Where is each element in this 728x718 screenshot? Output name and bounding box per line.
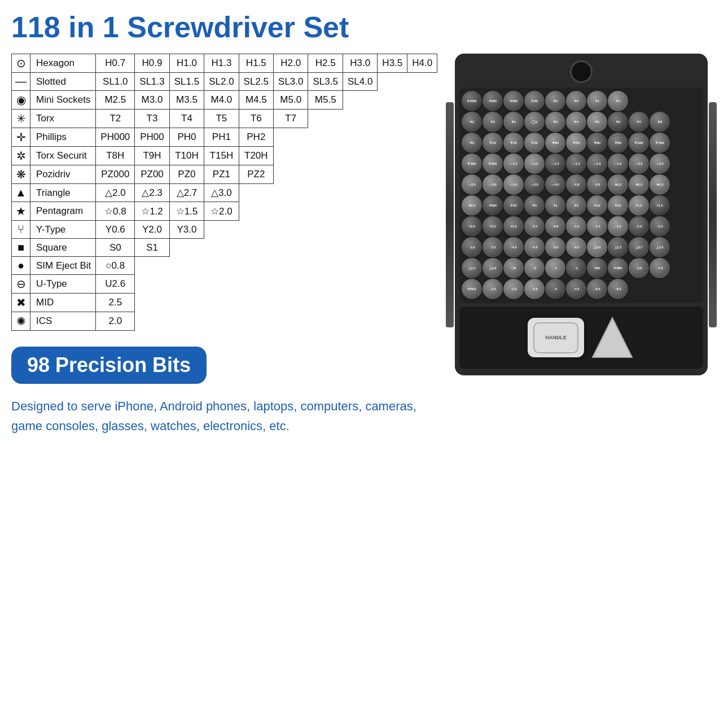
description-text: Designed to serve iPhone, Android phones… [11,396,435,436]
row-size: △2.3 [135,184,169,202]
bit-item: Y2.0 [462,216,482,237]
bit-item: —2.5 [483,174,503,195]
bit-label: ✛000 [489,204,497,207]
row-size: H1.3 [204,54,239,73]
row-size: PH000 [96,128,135,147]
table-row: ✺ICS2.0 [12,312,437,331]
bit-item: Y0.6 [587,195,607,216]
bit-item: —3.5 [524,174,545,195]
bit-label: ○0.8 [594,183,600,186]
bit-item: ○6.0 [566,237,586,257]
bit-item: ○1 [545,258,565,278]
bit-item: ✛000 [483,91,503,111]
bit-item: ○0.8 [587,174,607,195]
triangle-tool [590,315,635,360]
bit-item: ✳7 [629,112,649,132]
right-section: ✛0000✛000✛000✛00✛0✛0✛1✛1✛2✛2✳1◯2✳3✳4✳5✳6… [446,54,717,375]
row-size: M2.5 [96,91,135,110]
bit-item: ○2 [566,258,586,278]
bit-item: —2.5 [462,174,482,195]
bit-label: ✛2 [470,120,474,124]
row-name: Pentagram [30,202,96,221]
bit-label: ✳9 [470,141,474,145]
bit-label: ○4.5 [573,287,580,291]
bit-label: ○4.0 [511,246,517,249]
product-body: ✛0000✛000✛000✛00✛0✛0✛1✛1✛2✛2✳1◯2✳3✳4✳5✳6… [455,54,708,375]
row-name: MID [30,294,96,312]
row-name: Mini Sockets [30,91,96,110]
row-size: ☆1.2 [135,202,169,221]
bit-row: ★2.0✛000✛00✛0✛1✛2Y0.6Y0.6Y1.5Y1.5 [462,195,701,216]
bit-label: ✳5 [595,120,599,124]
bit-label: ○3.0 [511,287,517,291]
bit-label: ○2.0 [636,225,642,228]
row-size: H1.0 [169,54,204,73]
row-icon: ⊙ [12,54,30,73]
bit-label: ○2 [574,266,578,270]
bits-section: ✛0000✛000✛000✛00✛0✛0✛1✛1✛2✛2✳1◯2✳3✳4✳5✳6… [459,87,703,303]
row-size: SL2.0 [204,73,239,91]
bit-label: —1.5 [614,162,621,165]
bit-label: ○4.5 [657,266,663,270]
row-size: S1 [135,239,169,257]
bit-item: ✛2 [483,112,503,132]
row-size: T5 [204,110,239,128]
row-size: T20H [239,147,273,165]
row-size: Y3.0 [169,221,204,239]
bit-label: Y1.5 [635,204,642,207]
bit-label: ✛000 [489,99,497,103]
bit-item: ✳15H [650,133,670,153]
row-size: T3 [135,110,169,128]
row-size: 2.5 [96,294,135,312]
bit-item: —2.0 [629,154,649,174]
bit-label: ✳20 [531,141,537,145]
bit-row: ✛2✛2✳1◯2✳3✳4✳5✳6✳7✳8 [462,112,701,132]
row-size: M3.0 [135,91,169,110]
row-icon: ★ [12,202,30,221]
bit-label: ○5.0 [594,287,600,291]
row-name: Torx Securit [30,147,96,165]
bit-label: ✳6H [552,141,559,145]
bit-label: Y0.6 [594,204,600,207]
bit-label: ○1.0 [573,225,580,228]
left-section: ⊙HexagonH0.7H0.9H1.0H1.3H1.5H2.0H2.5H3.0… [11,54,435,436]
table-row: ⊖U-TypeU2.6 [12,275,437,294]
bit-label: —1.0 [530,162,538,165]
bit-item: △2.7 [629,237,649,257]
bit-label: ○1.3 [594,225,600,228]
bit-label: ○4 [554,287,557,291]
bit-item: —1.5 [608,154,628,174]
table-row: ●SIM Eject Bit○0.8 [12,257,437,275]
bit-item: Y2.3 [483,216,503,237]
svg-marker-0 [593,318,632,357]
row-size: △3.0 [204,184,239,202]
bit-item: ○4 [545,279,565,299]
row-name: SIM Eject Bit [30,257,96,275]
bit-item: △3.0 [650,237,670,257]
bit-label: ○3.5 [490,246,496,249]
bit-label: —2.5 [489,183,496,186]
row-size: T2 [96,110,135,128]
bit-label: ✳25H [488,162,497,165]
table-row: ✛PhillipsPH000PH00PH0PH1PH2 [12,128,437,147]
bit-label: ✳20H [467,162,476,165]
table-row: ■SquareS0S1 [12,239,437,257]
bit-label: —3.5 [530,183,538,186]
bit-item: ○3.5 [483,237,503,257]
bit-item: ✳8 [650,112,670,132]
bit-item: ✛0000 [462,91,482,111]
bit-item: ✛0 [545,91,565,111]
bit-label: △2.6 [489,266,497,270]
row-icon: ▲ [12,184,30,202]
bit-item: Y3.0 [503,216,524,237]
bit-row: ○3.0○3.5○4.0○4.5○5.0○6.0△2.0△2.3△2.7△3.0 [462,237,701,257]
row-size: M5.5 [308,91,343,110]
bit-item: △2.6 [483,258,503,278]
row-name: Y-Type [30,221,96,239]
bit-label: ○0.7 [532,225,538,228]
bit-item: ✳15 [503,133,524,153]
bit-item: ✛000 [503,91,524,111]
row-size: H2.5 [308,54,343,73]
bit-item: ○5.0 [545,237,565,257]
bit-label: ✳10 [489,141,495,145]
